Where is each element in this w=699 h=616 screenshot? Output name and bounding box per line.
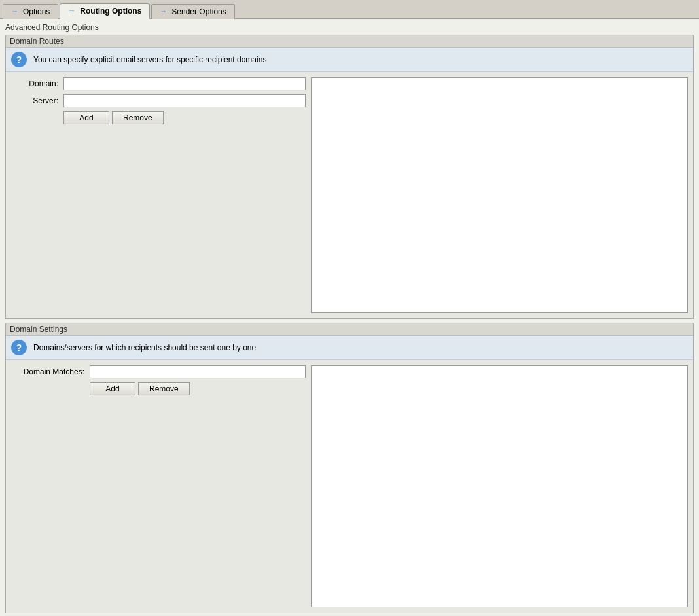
domain-matches-label: Domain Matches: xyxy=(11,367,90,376)
domain-routes-info-text: You can specify explicit email servers f… xyxy=(33,55,266,64)
domain-routes-buttons: Add Remove xyxy=(63,111,306,124)
domain-routes-group: Domain Routes ? You can specify explicit… xyxy=(5,35,694,319)
domain-settings-buttons: Add Remove xyxy=(90,382,306,395)
domain-settings-left: Domain Matches: Add Remove xyxy=(11,365,306,607)
domain-routes-left: Domain: Server: Add Remove xyxy=(11,77,306,313)
domain-routes-header: Domain Routes xyxy=(6,35,693,48)
main-content: Advanced Routing Options Domain Routes ?… xyxy=(0,19,699,616)
domain-form-row: Domain: xyxy=(11,77,306,90)
domain-routes-add-button[interactable]: Add xyxy=(63,111,109,124)
tab-routing-icon: → xyxy=(68,7,77,16)
server-input[interactable] xyxy=(63,94,306,107)
domain-routes-content: Domain: Server: Add Remove xyxy=(6,72,693,318)
domain-settings-info-row: ? Domains/servers for which recipients s… xyxy=(6,336,693,360)
domain-settings-remove-button[interactable]: Remove xyxy=(138,382,190,395)
tab-bar: → Options → Routing Options → Sender Opt… xyxy=(0,0,699,19)
domain-settings-header: Domain Settings xyxy=(6,323,693,336)
domain-routes-info-icon: ? xyxy=(11,52,27,67)
domain-label: Domain: xyxy=(11,79,63,88)
tab-sender-options[interactable]: → Sender Options xyxy=(151,4,234,19)
domain-matches-input[interactable] xyxy=(90,365,306,378)
server-label: Server: xyxy=(11,96,63,105)
domain-routes-list xyxy=(311,77,688,313)
domain-settings-group: Domain Settings ? Domains/servers for wh… xyxy=(5,323,694,613)
domain-settings-content: Domain Matches: Add Remove xyxy=(6,360,693,613)
section-title: Advanced Routing Options xyxy=(5,23,694,32)
server-form-row: Server: xyxy=(11,94,306,107)
domain-routes-info-row: ? You can specify explicit email servers… xyxy=(6,48,693,72)
domain-routes-remove-button[interactable]: Remove xyxy=(112,111,164,124)
domain-settings-info-text: Domains/servers for which recipients sho… xyxy=(33,343,256,352)
domain-matches-form-row: Domain Matches: xyxy=(11,365,306,378)
tab-options[interactable]: → Options xyxy=(3,4,58,19)
domain-settings-info-icon: ? xyxy=(11,340,27,355)
tab-routing-options[interactable]: → Routing Options xyxy=(60,3,150,19)
tab-sender-icon: → xyxy=(160,7,169,16)
domain-input[interactable] xyxy=(63,77,306,90)
domain-settings-list xyxy=(311,365,688,607)
domain-settings-add-button[interactable]: Add xyxy=(90,382,135,395)
tab-options-icon: → xyxy=(11,7,20,16)
